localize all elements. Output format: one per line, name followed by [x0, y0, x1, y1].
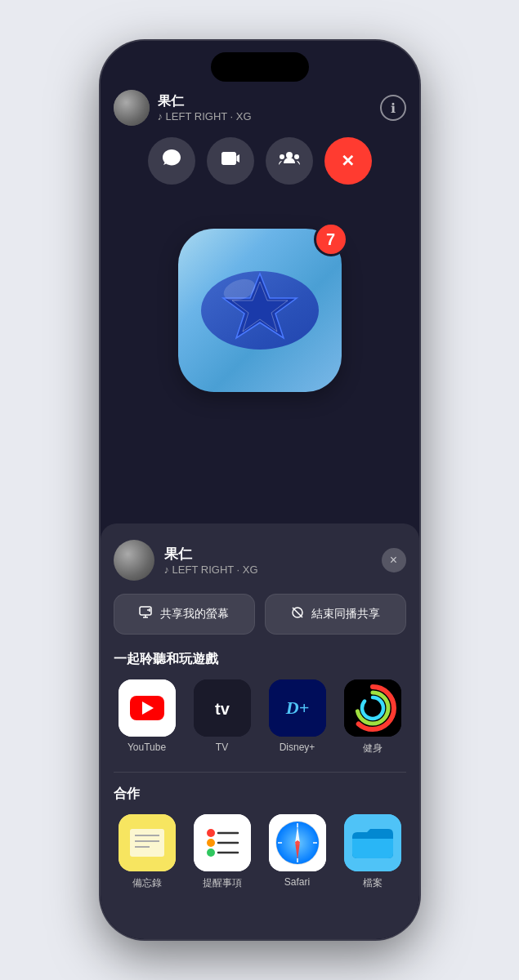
sheet-contact-row: 果仁 ♪ LEFT RIGHT · XG × [114, 540, 406, 581]
svg-point-28 [207, 829, 215, 837]
app-item-youtube[interactable]: YouTube [114, 679, 181, 755]
app-item-tv[interactable]: tv TV [189, 679, 256, 755]
end-share-button[interactable]: 結束同播共享 [265, 594, 406, 635]
app-item-notes[interactable]: 備忘錄 [114, 814, 181, 890]
share-screen-icon [139, 606, 154, 622]
section1-app-grid: YouTube tv TV D+ [114, 679, 406, 755]
svg-text:tv: tv [215, 700, 230, 718]
close-button[interactable]: ✕ [324, 137, 372, 185]
fitness-label: 健身 [363, 742, 383, 755]
now-playing-actions: ✕ [114, 137, 406, 185]
youtube-label: YouTube [128, 742, 166, 753]
shareplay-button[interactable] [266, 137, 313, 185]
disneyplus-app-icon: D+ [269, 679, 326, 737]
notes-app-icon [119, 814, 176, 871]
video-button[interactable] [207, 137, 254, 185]
svg-point-1 [280, 154, 284, 159]
tv-label: TV [216, 742, 228, 753]
app-item-fitness[interactable]: 健身 [339, 679, 406, 755]
video-icon [219, 147, 242, 175]
share-screen-button[interactable]: 共享我的螢幕 [114, 594, 255, 635]
fitness-app-icon [344, 679, 401, 737]
now-playing-song: ♪ LEFT RIGHT · XG [158, 110, 252, 122]
end-share-label: 結束同播共享 [311, 607, 380, 621]
sheet-avatar [114, 540, 154, 581]
message-icon [160, 147, 183, 175]
shareplay-icon [277, 147, 302, 175]
bottom-sheet: 果仁 ♪ LEFT RIGHT · XG × [101, 523, 419, 939]
app-item-safari[interactable]: Safari [264, 814, 331, 890]
svg-point-30 [207, 849, 215, 857]
contact-avatar [114, 90, 150, 126]
phone-screen: 果仁 ♪ LEFT RIGHT · XG ℹ [101, 41, 419, 939]
svg-point-2 [294, 154, 299, 159]
files-label: 檔案 [363, 876, 383, 890]
info-icon: ℹ [391, 100, 396, 116]
phone-frame: 果仁 ♪ LEFT RIGHT · XG ℹ [101, 41, 419, 939]
disneyplus-label: Disney+ [280, 742, 315, 753]
sheet-close-button[interactable]: × [382, 548, 406, 572]
main-app-icon-area: 7 [178, 229, 342, 392]
youtube-app-icon [119, 679, 176, 737]
section2-app-grid: 備忘錄 提醒事項 [114, 814, 406, 890]
share-screen-label: 共享我的螢幕 [160, 607, 229, 621]
reminders-label: 提醒事項 [203, 876, 242, 890]
safari-label: Safari [284, 876, 310, 888]
files-app-icon [344, 814, 401, 871]
app-item-disneyplus[interactable]: D+ Disney+ [264, 679, 331, 755]
svg-point-0 [286, 152, 293, 158]
sheet-close-icon: × [390, 553, 397, 568]
svg-rect-23 [130, 829, 164, 857]
svg-point-29 [207, 839, 215, 847]
message-button[interactable] [148, 137, 195, 185]
dynamic-island [211, 52, 309, 82]
reminders-app-icon [194, 814, 251, 871]
notes-label: 備忘錄 [132, 876, 162, 890]
app-item-reminders[interactable]: 提醒事項 [189, 814, 256, 890]
app-item-files[interactable]: 檔案 [339, 814, 406, 890]
appletv-app-icon: tv [194, 679, 251, 737]
section-divider [114, 772, 406, 773]
info-button[interactable]: ℹ [380, 95, 406, 121]
svg-text:D+: D+ [284, 697, 308, 718]
close-icon: ✕ [341, 151, 355, 171]
sheet-action-row: 共享我的螢幕 結束同播共享 [114, 594, 406, 635]
section2-title: 合作 [114, 786, 406, 803]
safari-app-icon [269, 814, 326, 871]
contact-name: 果仁 [158, 93, 252, 110]
app-badge: 7 [314, 222, 348, 256]
main-app-icon[interactable] [178, 229, 342, 392]
sheet-contact-name: 果仁 [164, 545, 258, 564]
sheet-contact-song: ♪ LEFT RIGHT · XG [164, 564, 258, 576]
section1-title: 一起聆聽和玩遊戲 [114, 651, 406, 668]
end-share-icon [290, 606, 305, 622]
